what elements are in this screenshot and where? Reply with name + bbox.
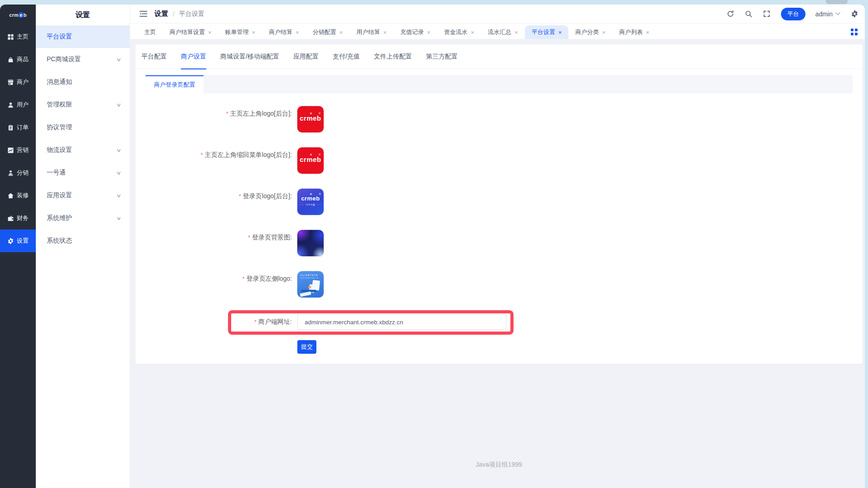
close-icon[interactable]: ×: [296, 29, 299, 35]
open-tab-12[interactable]: 商户列表×: [612, 25, 656, 39]
required-asterisk: *: [242, 275, 245, 282]
close-icon[interactable]: ×: [252, 29, 256, 35]
rail-item-label: 订单: [17, 123, 29, 132]
close-icon[interactable]: ×: [208, 29, 212, 35]
sidebar-item-7[interactable]: 一号通∨: [36, 161, 130, 184]
settings-card: 平台配置商户设置商城设置/移动端配置应用配置支付/充值文件上传配置第三方配置 商…: [136, 44, 862, 364]
app-window: crmeb 主页商品商户用户订单营销分销装修财务设置 设置 平台设置PC商城设置…: [0, 5, 865, 488]
sidebar-item-9[interactable]: 系统维护∨: [36, 207, 130, 229]
tab-merchant-login-config[interactable]: 商户登录页配置: [145, 75, 204, 93]
open-tab-5[interactable]: 分销配置×: [306, 25, 350, 39]
config-tab-2[interactable]: 商户设置: [181, 44, 206, 69]
close-icon[interactable]: ×: [471, 29, 475, 35]
icon-sidebar: crmeb 主页商品商户用户订单营销分销装修财务设置: [0, 5, 36, 488]
rail-item-8[interactable]: 装修: [0, 184, 36, 207]
login-side-illustration[interactable]: Java 多商户版大屏全业务 全渠道数字化解决方案: [297, 271, 324, 298]
config-tab-label: 商户设置: [181, 53, 206, 61]
header-actions: 平台 admin: [727, 8, 858, 20]
sidebar-item-4[interactable]: 管理权限∨: [36, 93, 130, 116]
rail-item-9[interactable]: 财务: [0, 207, 36, 229]
sidebar-item-8[interactable]: 应用设置∨: [36, 184, 130, 207]
config-tab-3[interactable]: 商城设置/移动端配置: [220, 44, 279, 69]
open-tab-label: 主页: [144, 28, 156, 36]
close-icon[interactable]: ×: [514, 29, 518, 35]
logo-image-red[interactable]: crmeb®: [297, 147, 324, 174]
open-tab-10[interactable]: 平台设置×: [525, 25, 569, 39]
sidebar-item-10[interactable]: 系统状态: [36, 229, 130, 252]
fullscreen-icon[interactable]: [763, 10, 771, 18]
brand-text: crmeb®: [297, 114, 324, 122]
breadcrumb-section: 设置: [155, 10, 168, 18]
rail-item-6[interactable]: 营销: [0, 139, 36, 161]
sidebar-item-label: 应用设置: [47, 191, 117, 200]
open-tab-4[interactable]: 商户结算×: [262, 25, 306, 39]
main-area: 设置 / 平台设置 平台 admin: [130, 5, 865, 488]
rail-item-10[interactable]: 设置: [0, 229, 36, 252]
crmeb-logo[interactable]: crmeb: [0, 5, 36, 25]
platform-badge[interactable]: 平台: [781, 8, 805, 20]
close-icon[interactable]: ×: [339, 29, 343, 35]
close-icon[interactable]: ×: [427, 29, 431, 35]
username: admin: [815, 10, 833, 18]
required-asterisk: *: [254, 318, 257, 325]
open-tab-2[interactable]: 商户结算设置×: [163, 25, 218, 39]
refresh-icon[interactable]: [727, 10, 735, 18]
rail-item-2[interactable]: 商品: [0, 48, 36, 71]
config-tab-1[interactable]: 平台配置: [141, 44, 167, 69]
sidebar-item-1[interactable]: 平台设置: [36, 25, 130, 48]
sidebar-item-label: PC商城设置: [47, 55, 117, 63]
window-chrome-top-strip: [0, 0, 868, 5]
open-tab-9[interactable]: 流水汇总×: [481, 25, 525, 39]
close-icon[interactable]: ×: [558, 29, 562, 35]
close-icon[interactable]: ×: [383, 29, 387, 35]
user-menu[interactable]: admin: [815, 10, 840, 18]
sidebar-item-6[interactable]: 物流设置∨: [36, 139, 130, 161]
rail-item-label: 主页: [17, 33, 29, 41]
chevron-down-icon: [835, 12, 840, 15]
open-tab-6[interactable]: 用户结算×: [349, 25, 393, 39]
submit-button[interactable]: 提交: [297, 340, 316, 354]
config-tab-6[interactable]: 文件上传配置: [374, 44, 412, 69]
tab-layout-grid-icon[interactable]: [851, 29, 858, 35]
rail-item-label: 商户: [17, 78, 29, 86]
rail-item-4[interactable]: 用户: [0, 93, 36, 116]
open-tab-label: 账单管理: [225, 28, 249, 36]
open-tab-8[interactable]: 资金流水×: [437, 25, 481, 39]
rail-item-3[interactable]: 商户: [0, 71, 36, 93]
close-icon[interactable]: ×: [602, 29, 606, 35]
search-icon[interactable]: [745, 10, 753, 18]
rail-item-5[interactable]: 订单: [0, 116, 36, 139]
logo-image-red[interactable]: crmeb®: [297, 106, 324, 132]
sidebar-item-5[interactable]: 协议管理: [36, 116, 130, 139]
rail-item-1[interactable]: 主页: [0, 25, 36, 48]
form-label: *主页左上角缩回菜单logo[后台]:: [136, 147, 297, 162]
rail-item-7[interactable]: 分销: [0, 161, 36, 184]
merchant-url-input[interactable]: [297, 314, 506, 330]
bag-icon: [7, 56, 14, 63]
sidebar-item-label: 一号通: [47, 169, 117, 177]
sidebar-item-3[interactable]: 消息通知: [36, 71, 130, 93]
form-label: *登录页左侧logo:: [136, 271, 297, 286]
chevron-down-icon: ∨: [116, 193, 121, 199]
config-tab-4[interactable]: 应用配置: [293, 44, 319, 69]
close-icon[interactable]: ×: [646, 29, 650, 35]
logo-e-mark: e: [19, 12, 23, 18]
rail-item-label: 财务: [17, 214, 29, 222]
chevron-down-icon: ∨: [116, 147, 121, 153]
open-tab-7[interactable]: 充值记录×: [393, 25, 437, 39]
config-tab-5[interactable]: 支付/充值: [333, 44, 360, 69]
form-label-text: 登录页背景图:: [252, 234, 292, 241]
submit-row: 提交: [136, 340, 862, 354]
open-tab-1[interactable]: 主页: [137, 25, 163, 39]
config-tab-7[interactable]: 第三方配置: [426, 44, 458, 69]
collapse-menu-icon[interactable]: [139, 10, 147, 18]
chevron-down-icon: ∨: [116, 102, 121, 108]
gear-icon[interactable]: [850, 10, 858, 18]
logo-image-blue[interactable]: crmeb®JAVA版: [297, 189, 324, 215]
sidebar-item-2[interactable]: PC商城设置∨: [36, 48, 130, 71]
login-background-image[interactable]: [297, 230, 324, 256]
sidebar-item-label: 管理权限: [47, 101, 117, 109]
icon-sidebar-nav: 主页商品商户用户订单营销分销装修财务设置: [0, 25, 36, 252]
open-tab-3[interactable]: 账单管理×: [218, 25, 262, 39]
open-tab-11[interactable]: 商户分类×: [568, 25, 612, 39]
